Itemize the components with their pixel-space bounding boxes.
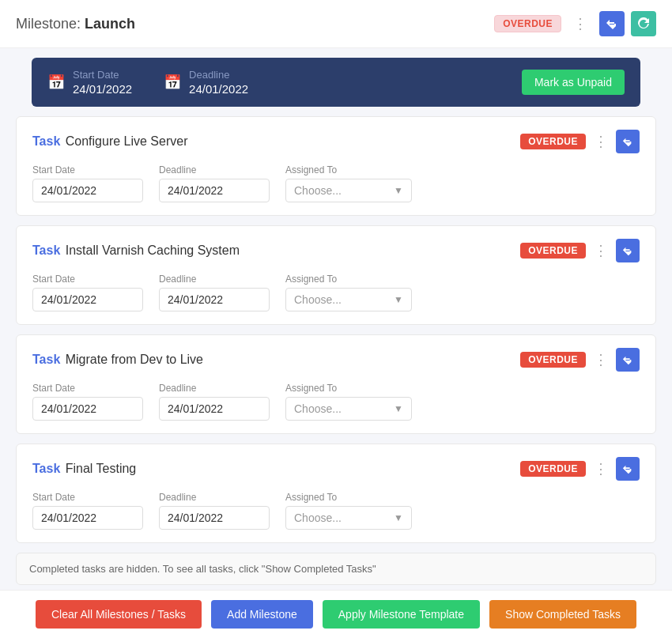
task-label-1: Task bbox=[32, 134, 60, 148]
task-start-label-4: Start Date bbox=[32, 492, 143, 503]
task-actions-3: OVERDUE ⋮ bbox=[520, 348, 640, 372]
task-swap-button-4[interactable] bbox=[616, 457, 640, 481]
task-header-4: Task Final Testing OVERDUE ⋮ bbox=[32, 457, 640, 481]
refresh-button[interactable] bbox=[631, 11, 656, 36]
footer-bar: Clear All Milestones / Tasks Add Milesto… bbox=[0, 590, 672, 638]
task-name-4: Final Testing bbox=[66, 462, 137, 475]
chevron-down-icon-1: ▼ bbox=[394, 185, 403, 196]
info-message: Completed tasks are hidden. To see all t… bbox=[29, 563, 376, 575]
task-start-input-4[interactable] bbox=[32, 506, 143, 530]
task-assigned-placeholder-2: Choose... bbox=[294, 293, 342, 306]
task-start-date-3: Start Date bbox=[32, 383, 143, 421]
task-label-2: Task bbox=[32, 243, 60, 257]
task-start-label-3: Start Date bbox=[32, 383, 143, 394]
swap-icon bbox=[606, 17, 618, 30]
task-deadline-input-3[interactable] bbox=[159, 397, 270, 421]
task-assigned-3: Assigned To Choose... ▼ bbox=[285, 383, 412, 421]
task-header-2: Task Install Varnish Caching System OVER… bbox=[32, 239, 640, 262]
milestone-title: Milestone: Launch bbox=[16, 16, 135, 32]
task-deadline-label-4: Deadline bbox=[159, 492, 270, 503]
calendar-icon: 📅 bbox=[47, 74, 65, 91]
task-card-3: Task Migrate from Dev to Live OVERDUE ⋮ … bbox=[16, 334, 656, 434]
task-start-date-2: Start Date bbox=[32, 274, 143, 311]
task-assigned-label-2: Assigned To bbox=[285, 274, 412, 285]
task-header-1: Task Configure Live Server OVERDUE ⋮ bbox=[32, 130, 640, 153]
start-date-value: 24/01/2022 bbox=[73, 82, 132, 96]
task-fields-2: Start Date Deadline Assigned To Choose..… bbox=[32, 274, 640, 311]
task-deadline-4: Deadline bbox=[159, 492, 270, 530]
chevron-down-icon-3: ▼ bbox=[394, 403, 403, 414]
milestone-bar: 📅 Start Date 24/01/2022 📅 Deadline 24/01… bbox=[32, 58, 640, 107]
task-name-2: Install Varnish Caching System bbox=[66, 243, 240, 257]
task-fields-3: Start Date Deadline Assigned To Choose..… bbox=[32, 383, 640, 421]
main-content: Task Configure Live Server OVERDUE ⋮ Sta… bbox=[0, 116, 672, 585]
task-more-button-2[interactable]: ⋮ bbox=[591, 239, 611, 262]
task-card-4: Task Final Testing OVERDUE ⋮ Start Date bbox=[16, 444, 656, 543]
task-fields-1: Start Date Deadline Assigned To Choose..… bbox=[32, 164, 640, 202]
task-assigned-select-3[interactable]: Choose... ▼ bbox=[285, 397, 412, 421]
task-more-button-1[interactable]: ⋮ bbox=[591, 130, 611, 153]
task-actions-4: OVERDUE ⋮ bbox=[520, 457, 640, 481]
task-start-date-1: Start Date bbox=[32, 164, 143, 202]
task-assigned-select-1[interactable]: Choose... ▼ bbox=[285, 179, 412, 202]
refresh-icon bbox=[637, 17, 650, 30]
task-swap-button-1[interactable] bbox=[616, 130, 640, 153]
task-card-2: Task Install Varnish Caching System OVER… bbox=[16, 225, 656, 325]
task-swap-icon-1 bbox=[622, 136, 633, 147]
deadline-value: 24/01/2022 bbox=[189, 82, 248, 96]
task-actions-1: OVERDUE ⋮ bbox=[520, 130, 640, 153]
task-deadline-1: Deadline bbox=[159, 164, 270, 202]
task-assigned-label-3: Assigned To bbox=[285, 383, 412, 394]
task-title-3: Task Migrate from Dev to Live bbox=[32, 353, 203, 367]
task-start-label-1: Start Date bbox=[32, 164, 143, 176]
task-fields-4: Start Date Deadline Assigned To Choose..… bbox=[32, 492, 640, 530]
task-assigned-select-2[interactable]: Choose... ▼ bbox=[285, 288, 412, 311]
task-assigned-1: Assigned To Choose... ▼ bbox=[285, 164, 412, 202]
task-title-1: Task Configure Live Server bbox=[32, 134, 187, 149]
task-assigned-placeholder-3: Choose... bbox=[294, 402, 342, 415]
calendar-deadline-icon: 📅 bbox=[164, 74, 181, 91]
task-overdue-badge-4: OVERDUE bbox=[520, 461, 586, 477]
task-swap-button-3[interactable] bbox=[616, 348, 640, 372]
add-milestone-button[interactable]: Add Milestone bbox=[211, 600, 313, 629]
task-header-3: Task Migrate from Dev to Live OVERDUE ⋮ bbox=[32, 348, 640, 372]
overdue-badge: OVERDUE bbox=[494, 15, 561, 32]
task-start-input-1[interactable] bbox=[32, 179, 143, 202]
task-name-1: Configure Live Server bbox=[66, 134, 188, 148]
task-start-input-3[interactable] bbox=[32, 397, 143, 421]
task-card-1: Task Configure Live Server OVERDUE ⋮ Sta… bbox=[16, 116, 656, 216]
task-deadline-input-1[interactable] bbox=[159, 179, 270, 202]
task-more-button-3[interactable]: ⋮ bbox=[591, 348, 611, 372]
page-header: Milestone: Launch OVERDUE ⋮ bbox=[0, 0, 672, 48]
clear-all-button[interactable]: Clear All Milestones / Tasks bbox=[36, 600, 202, 629]
task-assigned-select-4[interactable]: Choose... ▼ bbox=[285, 506, 412, 530]
task-deadline-3: Deadline bbox=[159, 383, 270, 421]
task-overdue-badge-3: OVERDUE bbox=[520, 352, 586, 368]
task-name-3: Migrate from Dev to Live bbox=[66, 353, 203, 366]
mark-unpaid-button[interactable]: Mark as Unpaid bbox=[522, 70, 625, 95]
task-deadline-2: Deadline bbox=[159, 274, 270, 311]
task-deadline-input-2[interactable] bbox=[159, 288, 270, 311]
apply-template-button[interactable]: Apply Milestone Template bbox=[323, 600, 480, 629]
task-deadline-label-3: Deadline bbox=[159, 383, 270, 394]
task-overdue-badge-1: OVERDUE bbox=[520, 134, 586, 149]
task-swap-icon-4 bbox=[622, 463, 633, 474]
task-assigned-4: Assigned To Choose... ▼ bbox=[285, 492, 412, 530]
task-actions-2: OVERDUE ⋮ bbox=[520, 239, 640, 262]
start-date-field: 📅 Start Date 24/01/2022 bbox=[47, 69, 132, 96]
task-deadline-input-4[interactable] bbox=[159, 506, 270, 530]
task-assigned-label-1: Assigned To bbox=[285, 164, 412, 176]
task-start-label-2: Start Date bbox=[32, 274, 143, 285]
milestone-prefix: Milestone: bbox=[16, 16, 81, 32]
task-assigned-label-4: Assigned To bbox=[285, 492, 412, 503]
show-completed-button[interactable]: Show Completed Tasks bbox=[489, 600, 636, 629]
task-swap-button-2[interactable] bbox=[616, 239, 640, 262]
more-options-button[interactable]: ⋮ bbox=[568, 11, 593, 36]
milestone-name: Launch bbox=[85, 16, 135, 32]
task-more-button-4[interactable]: ⋮ bbox=[591, 457, 611, 481]
task-label-3: Task bbox=[32, 353, 60, 366]
swap-button[interactable] bbox=[599, 11, 625, 36]
task-start-input-2[interactable] bbox=[32, 288, 143, 311]
info-bar: Completed tasks are hidden. To see all t… bbox=[16, 553, 656, 585]
task-swap-icon-3 bbox=[622, 354, 633, 365]
